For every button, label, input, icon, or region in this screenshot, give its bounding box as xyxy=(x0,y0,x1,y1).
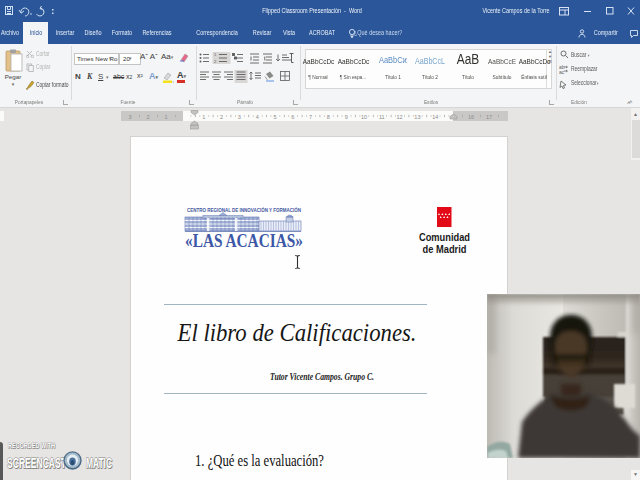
svg-text:de Madrid: de Madrid xyxy=(423,243,467,255)
svg-text:8: 8 xyxy=(327,114,330,120)
svg-text:1. ¿Qué es la evaluación?: 1. ¿Qué es la evaluación? xyxy=(195,451,324,470)
svg-text:Comunidad: Comunidad xyxy=(419,231,470,243)
svg-text:CENTRO REGIONAL DE INNOVACIÓN: CENTRO REGIONAL DE INNOVACIÓN Y FORMACIÓ… xyxy=(187,206,301,213)
svg-text:SCREENCAST: SCREENCAST xyxy=(7,455,66,471)
svg-text:5: 5 xyxy=(273,114,276,120)
svg-text:17: 17 xyxy=(486,114,492,120)
svg-text:14: 14 xyxy=(432,114,438,120)
svg-text:MATIC: MATIC xyxy=(86,455,112,471)
svg-text:2: 2 xyxy=(220,114,223,120)
svg-text:11: 11 xyxy=(379,114,385,120)
svg-text:16: 16 xyxy=(468,114,474,120)
svg-text:Tutor Vicente Campos. Grupo C.: Tutor Vicente Campos. Grupo C. xyxy=(270,370,374,382)
svg-text:1: 1 xyxy=(202,114,205,120)
svg-text:ac: ac xyxy=(559,69,565,75)
svg-text:«LAS ACACIAS»: «LAS ACACIAS» xyxy=(185,230,303,251)
svg-text:3: 3 xyxy=(128,114,131,120)
svg-text:3: 3 xyxy=(238,114,241,120)
svg-text:2: 2 xyxy=(146,114,149,120)
svg-text:4: 4 xyxy=(256,114,259,120)
svg-text:10: 10 xyxy=(361,114,367,120)
svg-text:12: 12 xyxy=(397,114,403,120)
svg-text:13: 13 xyxy=(414,114,420,120)
svg-text:9: 9 xyxy=(345,114,348,120)
svg-text:RECORDED WITH: RECORDED WITH xyxy=(8,442,55,449)
svg-text:1: 1 xyxy=(164,114,167,120)
svg-text:7: 7 xyxy=(309,114,312,120)
svg-text:6: 6 xyxy=(291,114,294,120)
svg-text:El libro de Calificaciones.: El libro de Calificaciones. xyxy=(177,319,417,346)
